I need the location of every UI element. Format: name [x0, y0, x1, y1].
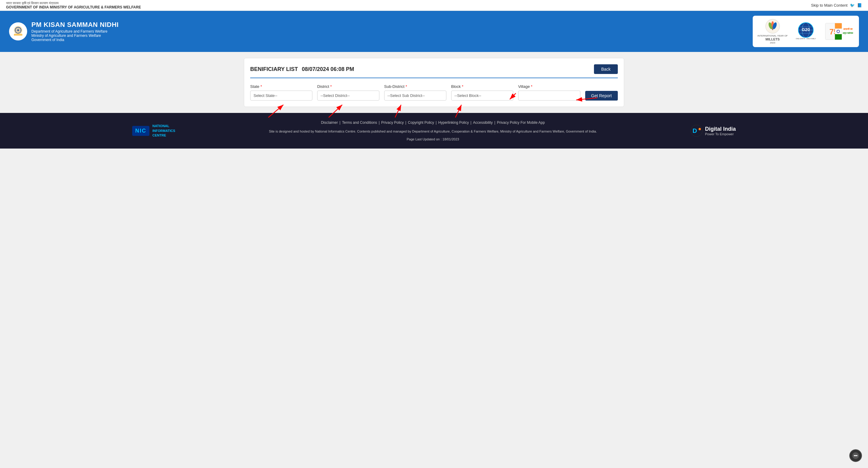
district-required: * [330, 84, 332, 89]
svg-rect-7 [14, 34, 22, 36]
millets-year-num: 2023 [770, 41, 775, 44]
district-group: District * --Select District-- [317, 84, 379, 100]
site-header: PM KISAN SAMMAN NIDHI Department of Agri… [0, 11, 868, 52]
copyright-link[interactable]: Copyright Policy [408, 120, 434, 125]
english-text: GOVERNMENT OF INDIA MINISTRY OF AGRICULT… [6, 5, 141, 9]
form-title: BENIFICIARY LIST 08/07/2024 06:08 PM [250, 66, 354, 72]
village-select[interactable] [518, 91, 580, 100]
digital-india-name: Digital India [705, 126, 736, 132]
village-label: Village * [518, 84, 580, 89]
back-button[interactable]: Back [594, 64, 618, 74]
dept-name: Department of Agriculture and Farmers We… [31, 29, 119, 33]
hyperlinking-link[interactable]: Hyperlinking Policy [438, 120, 469, 125]
svg-point-42 [855, 455, 856, 456]
accessibility-link[interactable]: Accessibility [473, 120, 493, 125]
state-select[interactable]: Select State-- [250, 91, 312, 100]
hindi-text: भारत सरकार कृषि एवं किसान कल्याण मंत्राल… [6, 1, 141, 5]
last-updated: Page Last Updated on : 18/01/2023 [184, 136, 681, 143]
subdistrict-label: Sub-District * [384, 84, 446, 89]
header-brand: PM KISAN SAMMAN NIDHI Department of Agri… [9, 21, 119, 42]
svg-text:आज़ादी का: आज़ादी का [843, 28, 853, 31]
millets-badge: INTERNATIONAL YEAR OF MILLETS 2023 [757, 19, 788, 44]
privacy-mobile-link[interactable]: Privacy Policy For Mobile App [497, 120, 545, 125]
district-select[interactable]: --Select District-- [317, 91, 379, 100]
block-group: Block * --Select Block-- [451, 84, 514, 100]
twitter-icon[interactable]: 🐦 [850, 3, 855, 7]
gov-name: Government of India [31, 38, 119, 42]
amrit-badge: 75 आज़ादी का अमृत महोत्सव [824, 22, 854, 40]
district-label: District * [317, 84, 379, 89]
gov-logo [9, 22, 27, 40]
svg-rect-12 [772, 27, 773, 30]
site-title: PM KISAN SAMMAN NIDHI [31, 21, 119, 29]
skip-links[interactable]: Skip to Main Content 🐦 📘 [811, 3, 862, 7]
g20-icon: G20 ONE EARTH · ONE FAMILY [794, 21, 818, 42]
top-bar: भारत सरकार कृषि एवं किसान कल्याण मंत्राल… [0, 0, 868, 11]
main-content: BENIFICIARY LIST 08/07/2024 06:08 PM Bac… [238, 58, 630, 107]
nic-logo: NIC NATIONAL INFORMATICS CENTRE [132, 124, 175, 138]
di-logo-container: D Digital India Power To Empower [690, 125, 736, 137]
svg-text:G20: G20 [802, 27, 810, 32]
chat-icon [852, 452, 859, 459]
card-title: BENIFICIARY LIST 08/07/2024 06:08 PM [250, 66, 354, 72]
state-group: State * Select State-- [250, 84, 312, 100]
svg-rect-23 [835, 23, 842, 29]
footer-inner: NIC NATIONAL INFORMATICS CENTRE Disclaim… [132, 119, 736, 143]
header-badges: INTERNATIONAL YEAR OF MILLETS 2023 G20 O… [753, 16, 859, 47]
card-header: BENIFICIARY LIST 08/07/2024 06:08 PM Bac… [250, 64, 618, 78]
facebook-icon[interactable]: 📘 [857, 3, 862, 7]
get-report-container: Get Report [585, 91, 618, 100]
site-footer: NIC NATIONAL INFORMATICS CENTRE Disclaim… [0, 113, 868, 149]
state-required: * [260, 84, 262, 89]
svg-text:ONE EARTH · ONE FAMILY: ONE EARTH · ONE FAMILY [796, 38, 816, 39]
nic-full-name: NATIONAL INFORMATICS CENTRE [152, 124, 175, 138]
chat-widget[interactable] [849, 449, 862, 462]
millets-year: MILLETS [765, 37, 780, 41]
gov-identity: भारत सरकार कृषि एवं किसान कल्याण मंत्राल… [6, 1, 141, 9]
ministry-name: Ministry of Agriculture and Farmers Welf… [31, 33, 119, 38]
footer-nav: Disclaimer | Terms and Conditions | Priv… [184, 119, 681, 126]
svg-text:D: D [692, 127, 697, 134]
digital-india-sub: Power To Empower [705, 132, 734, 136]
g20-badge: G20 ONE EARTH · ONE FAMILY [794, 22, 818, 40]
beneficiary-card: BENIFICIARY LIST 08/07/2024 06:08 PM Bac… [244, 58, 624, 107]
svg-point-43 [856, 455, 858, 456]
subdistrict-required: * [406, 84, 407, 89]
digital-india-icon: D [690, 125, 703, 137]
millets-icon [765, 19, 780, 34]
privacy-link[interactable]: Privacy Policy [381, 120, 404, 125]
village-group: Village * [518, 84, 580, 100]
block-select[interactable]: --Select Block-- [451, 91, 514, 100]
digital-india-logo: D Digital India Power To Empower [690, 125, 736, 137]
get-report-button[interactable]: Get Report [585, 91, 618, 100]
village-required: * [531, 84, 532, 89]
svg-point-41 [854, 455, 855, 456]
ashoka-emblem-icon [11, 24, 25, 39]
site-info: Site is designed and hosted by National … [184, 128, 681, 135]
terms-link[interactable]: Terms and Conditions [342, 120, 377, 125]
state-label: State * [250, 84, 312, 89]
nic-abbr: NIC [132, 126, 149, 136]
disclaimer-link[interactable]: Disclaimer [321, 120, 338, 125]
footer-links-area: Disclaimer | Terms and Conditions | Priv… [184, 119, 681, 143]
svg-rect-24 [835, 29, 842, 34]
subdistrict-select[interactable]: --Select Sub District-- [384, 91, 446, 100]
header-text-block: PM KISAN SAMMAN NIDHI Department of Agri… [31, 21, 119, 42]
amrit-icon: 75 आज़ादी का अमृत महोत्सव [824, 21, 854, 42]
subdistrict-group: Sub-District * --Select Sub District-- [384, 84, 446, 100]
skip-link[interactable]: Skip to Main Content [811, 3, 847, 7]
block-required: * [462, 84, 463, 89]
svg-rect-25 [835, 34, 842, 39]
svg-text:अमृत महोत्सव: अमृत महोत्सव [843, 32, 853, 34]
filter-form: State * Select State-- District * --Sele… [250, 84, 618, 100]
form-container: State * Select State-- District * --Sele… [250, 84, 618, 100]
di-text-block: Digital India Power To Empower [705, 126, 736, 136]
svg-point-39 [699, 128, 701, 130]
millets-label: INTERNATIONAL YEAR OF [757, 34, 788, 37]
block-label: Block * [451, 84, 514, 89]
